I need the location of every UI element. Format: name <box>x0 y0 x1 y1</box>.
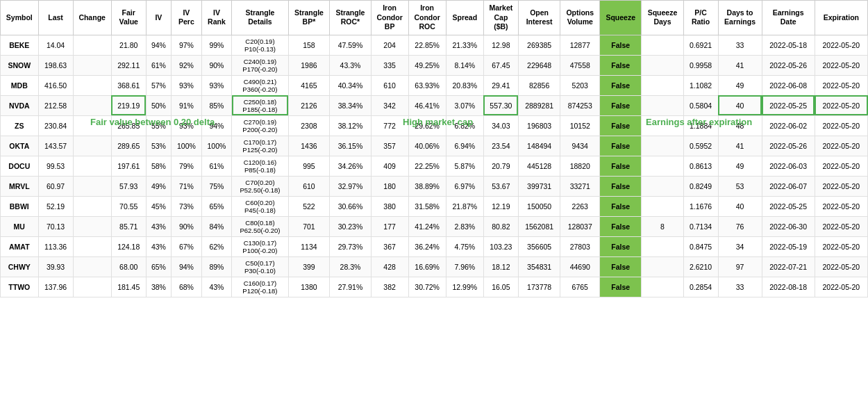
cell-open-interest: 2889281 <box>518 95 560 115</box>
cell-iv: 58% <box>146 156 171 176</box>
cell-fair-value: 368.61 <box>111 75 146 95</box>
cell-earnings-date: 2022-08-18 <box>762 277 815 297</box>
cell-ic-roc: 30.72% <box>408 277 446 297</box>
cell-iv-rank: 43% <box>201 277 232 297</box>
col-strangle-roc: StrangleROC* <box>330 1 372 35</box>
cell-open-interest: 229648 <box>518 55 560 75</box>
cell-strangle-roc: 30.66% <box>330 196 372 216</box>
cell-symbol: MRVL <box>1 176 39 196</box>
cell-squeeze-days <box>642 277 683 297</box>
cell-days-earnings: 34 <box>718 236 762 256</box>
cell-earnings-date: 2022-05-26 <box>762 136 815 156</box>
cell-ic-roc: 40.06% <box>408 136 446 156</box>
cell-spread: 21.33% <box>446 35 483 55</box>
cell-iv-perc: 92% <box>172 55 202 75</box>
cell-change <box>73 277 111 297</box>
cell-iv: 55% <box>146 115 171 136</box>
cell-open-interest: 1562081 <box>518 216 560 236</box>
cell-iv: 45% <box>146 196 171 216</box>
cell-open-interest: 445128 <box>518 156 560 176</box>
cell-strangle-bp: 2308 <box>288 115 330 136</box>
cell-last: 212.58 <box>38 95 73 115</box>
cell-iv-perc: 97% <box>172 35 202 55</box>
cell-iv-perc: 79% <box>172 156 202 176</box>
cell-open-interest: 399731 <box>518 176 560 196</box>
cell-spread: 6.97% <box>446 176 483 196</box>
cell-ic-bp: 180 <box>371 176 408 196</box>
cell-market-cap: 34.03 <box>483 115 518 136</box>
cell-change <box>73 136 111 156</box>
cell-strangle-roc: 34.26% <box>330 156 372 176</box>
cell-ic-bp: 409 <box>371 156 408 176</box>
cell-fair-value: 289.65 <box>111 136 146 156</box>
cell-last: 60.97 <box>38 176 73 196</box>
col-symbol: Symbol <box>1 1 39 35</box>
cell-last: 416.50 <box>38 75 73 95</box>
cell-strangle-bp: 1986 <box>288 55 330 75</box>
col-strangle-bp: StrangleBP* <box>288 1 330 35</box>
cell-symbol: MDB <box>1 75 39 95</box>
cell-earnings-date: 2022-05-18 <box>762 35 815 55</box>
cell-fair-value: 292.11 <box>111 55 146 75</box>
col-open-interest: OpenInterest <box>518 1 560 35</box>
cell-ic-bp: 772 <box>371 115 408 136</box>
cell-iv-rank: 93% <box>201 75 232 95</box>
cell-expiration: 2022-05-20 <box>815 236 867 256</box>
cell-change <box>73 95 111 115</box>
cell-symbol: AMAT <box>1 236 39 256</box>
cell-iv-perc: 93% <box>172 115 202 136</box>
cell-iv: 50% <box>146 95 171 115</box>
table-row: CHWY39.9368.0065%94%89%C50(0.17) P30(-0.… <box>1 256 868 277</box>
cell-spread: 20.83% <box>446 75 483 95</box>
cell-strangle-roc: 28.3% <box>330 256 372 277</box>
cell-options-volume: 44690 <box>560 256 600 277</box>
cell-iv-rank: 90% <box>201 55 232 75</box>
cell-strangle-bp: 1436 <box>288 136 330 156</box>
cell-ic-roc: 29.62% <box>408 115 446 136</box>
cell-strangle-details: C20(0.19) P10(-0.13) <box>232 35 288 55</box>
cell-last: 99.53 <box>38 156 73 176</box>
cell-pc-ratio: 2.6210 <box>683 256 718 277</box>
cell-symbol: NVDA <box>1 95 39 115</box>
cell-squeeze-days <box>642 196 683 216</box>
cell-ic-bp: 335 <box>371 55 408 75</box>
cell-pc-ratio: 0.5804 <box>683 95 718 115</box>
cell-ic-roc: 16.69% <box>408 256 446 277</box>
cell-squeeze: False <box>600 136 642 156</box>
cell-fair-value: 197.61 <box>111 156 146 176</box>
cell-strangle-bp: 158 <box>288 35 330 55</box>
col-change: Change <box>73 1 111 35</box>
cell-strangle-roc: 29.73% <box>330 236 372 256</box>
cell-symbol: MU <box>1 216 39 236</box>
cell-strangle-roc: 40.34% <box>330 75 372 95</box>
cell-iv-rank: 75% <box>201 176 232 196</box>
cell-fair-value: 21.80 <box>111 35 146 55</box>
cell-strangle-roc: 38.34% <box>330 95 372 115</box>
cell-strangle-bp: 4165 <box>288 75 330 95</box>
cell-expiration: 2022-05-20 <box>815 196 867 216</box>
cell-iv-rank: 84% <box>201 216 232 236</box>
cell-iv-perc: 93% <box>172 75 202 95</box>
cell-strangle-bp: 995 <box>288 156 330 176</box>
cell-ic-bp: 177 <box>371 216 408 236</box>
cell-earnings-date: 2022-06-02 <box>762 115 815 136</box>
cell-squeeze-days <box>642 115 683 136</box>
cell-symbol: TTWO <box>1 277 39 297</box>
cell-last: 52.19 <box>38 196 73 216</box>
cell-squeeze: False <box>600 176 642 196</box>
cell-expiration: 2022-05-20 <box>815 256 867 277</box>
cell-days-earnings: 40 <box>718 196 762 216</box>
cell-last: 113.36 <box>38 236 73 256</box>
cell-change <box>73 176 111 196</box>
cell-spread: 21.87% <box>446 196 483 216</box>
cell-strangle-bp: 1380 <box>288 277 330 297</box>
cell-strangle-roc: 38.12% <box>330 115 372 136</box>
table-row: BBWI52.1970.5545%73%65%C60(0.20) P45(-0.… <box>1 196 868 216</box>
cell-pc-ratio: 0.5952 <box>683 136 718 156</box>
cell-symbol: BEKE <box>1 35 39 55</box>
cell-change <box>73 35 111 55</box>
cell-squeeze: False <box>600 277 642 297</box>
cell-strangle-details: C70(0.20) P52.50(-0.18) <box>232 176 288 196</box>
cell-earnings-date: 2022-06-30 <box>762 216 815 236</box>
cell-spread: 6.82% <box>446 115 483 136</box>
